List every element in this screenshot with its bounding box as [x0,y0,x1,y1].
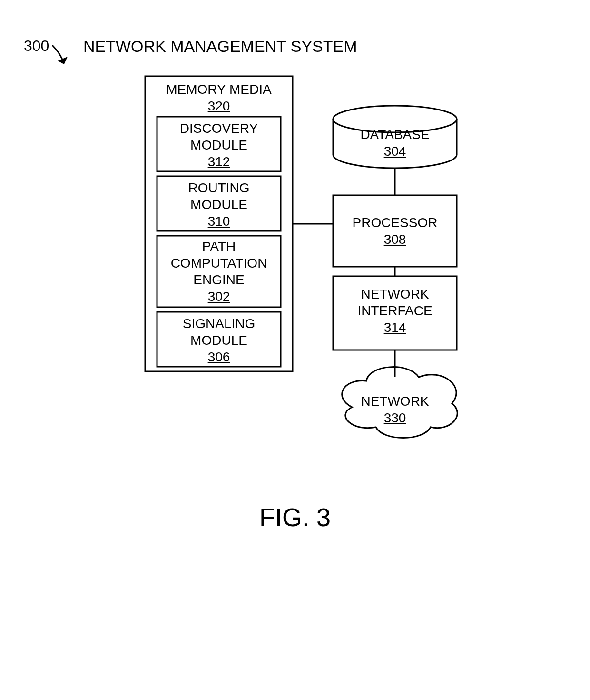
path-computation-engine: PATH COMPUTATION ENGINE 302 [157,238,281,305]
signaling-module: SIGNALING MODULE 306 [157,315,281,365]
signaling-module-line2: MODULE [190,333,247,348]
pce-line3: ENGINE [193,272,244,287]
processor-title: PROCESSOR [353,215,438,230]
pce-num: 302 [208,289,230,304]
figure-caption: FIG. 3 [0,502,590,532]
processor-block: PROCESSOR 308 [333,214,457,248]
pce-line1: PATH [202,239,236,254]
routing-module: ROUTING MODULE 310 [157,180,281,230]
system-title: NETWORK MANAGEMENT SYSTEM [83,37,357,56]
processor-num: 308 [384,232,406,247]
routing-module-num: 310 [208,214,230,229]
network-interface-block: NETWORK INTERFACE 314 [333,286,457,336]
discovery-module-num: 312 [208,154,230,169]
memory-media-title: MEMORY MEDIA [166,82,271,97]
network-cloud-title: NETWORK [361,394,429,409]
database-title: DATABASE [360,127,429,142]
discovery-module-line1: DISCOVERY [180,121,258,136]
pce-line2: COMPUTATION [171,256,267,270]
diagram-svg [0,0,590,700]
database-block: DATABASE 304 [333,126,457,160]
network-interface-num: 314 [384,320,406,335]
database-num: 304 [384,144,406,159]
discovery-module-line2: MODULE [190,138,247,152]
discovery-module: DISCOVERY MODULE 312 [157,120,281,170]
network-cloud-num: 330 [384,410,406,425]
figure-ref-number: 300 [24,37,49,55]
memory-media-block: MEMORY MEDIA 320 [145,81,293,114]
routing-module-line2: MODULE [190,197,247,212]
network-cloud: NETWORK 330 [343,393,447,426]
routing-module-line1: ROUTING [188,180,249,195]
memory-media-num: 320 [208,99,230,113]
signaling-module-num: 306 [208,350,230,364]
network-interface-line1: NETWORK [361,287,429,301]
signaling-module-line1: SIGNALING [183,316,255,331]
network-interface-line2: INTERFACE [357,303,432,318]
diagram-stage: 300 NETWORK MANAGEMENT SYSTEM MEMORY MED… [0,0,590,700]
